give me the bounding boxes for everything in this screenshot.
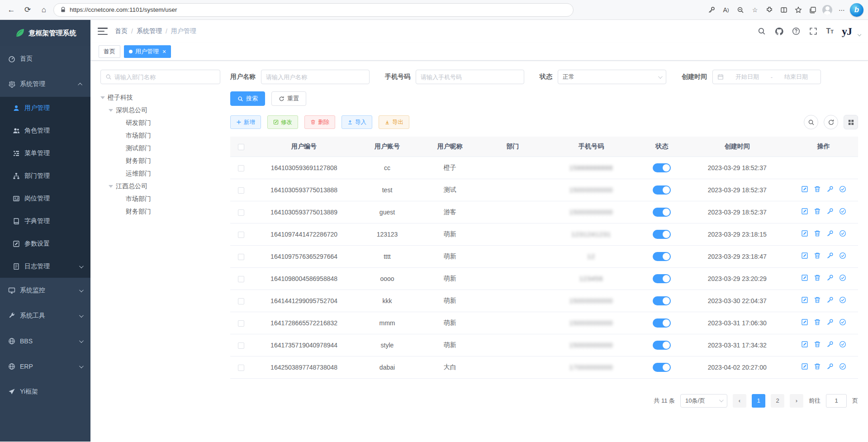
sidebar-item-dept-mgmt[interactable]: 部门管理 (0, 165, 90, 187)
assign-role-icon[interactable] (839, 208, 846, 215)
tree-node-dept[interactable]: 测试部门 (100, 142, 220, 155)
fullscreen-icon[interactable] (809, 27, 818, 36)
hamburger-icon[interactable] (98, 28, 108, 35)
row-checkbox[interactable] (238, 209, 244, 216)
delete-icon[interactable] (814, 230, 821, 237)
sidebar-item-tools[interactable]: 系统工具 (0, 303, 90, 328)
back-icon[interactable]: ← (5, 3, 18, 17)
add-favorite-icon[interactable]: ☆ (749, 4, 761, 16)
next-page-button[interactable]: › (790, 394, 803, 408)
status-select[interactable]: 正常 (558, 70, 666, 84)
sidebar-item-param-settings[interactable]: 参数设置 (0, 233, 90, 255)
password-key-icon[interactable] (705, 4, 718, 16)
tree-node-dept[interactable]: 财务部门 (100, 155, 220, 167)
sidebar-item-user-mgmt[interactable]: 用户管理 (0, 97, 90, 119)
delete-icon[interactable] (814, 185, 821, 193)
read-aloud-icon[interactable]: A) (720, 4, 732, 16)
search-icon[interactable] (757, 27, 766, 36)
sidebar-item-role-mgmt[interactable]: 角色管理 (0, 119, 90, 142)
row-checkbox[interactable] (238, 232, 244, 238)
delete-icon[interactable] (814, 208, 821, 215)
import-button[interactable]: 导入 (342, 115, 372, 129)
edit-icon[interactable] (801, 185, 808, 193)
status-toggle[interactable] (653, 163, 671, 172)
delete-icon[interactable] (814, 318, 821, 326)
home-icon[interactable]: ⌂ (37, 3, 51, 17)
row-checkbox[interactable] (238, 365, 244, 371)
select-all-checkbox[interactable] (238, 144, 244, 150)
edit-icon[interactable] (801, 252, 808, 259)
search-button[interactable]: 搜索 (230, 91, 265, 106)
assign-role-icon[interactable] (839, 252, 846, 259)
reset-password-icon[interactable] (826, 230, 834, 237)
tree-node-dept[interactable]: 研发部门 (100, 117, 220, 129)
delete-icon[interactable] (814, 252, 821, 259)
reset-password-icon[interactable] (826, 318, 834, 326)
prev-page-button[interactable]: ‹ (733, 394, 746, 408)
sidebar-item-menu-mgmt[interactable]: 菜单管理 (0, 142, 90, 165)
reset-password-icon[interactable] (826, 341, 834, 348)
edit-button[interactable]: 修改 (267, 115, 298, 129)
edit-icon[interactable] (801, 296, 808, 304)
dept-search-input[interactable] (114, 74, 215, 81)
breadcrumb-section[interactable]: 系统管理 (137, 27, 162, 35)
row-checkbox[interactable] (238, 320, 244, 327)
status-toggle[interactable] (653, 341, 671, 350)
column-settings-icon[interactable] (844, 115, 858, 129)
tree-node-dept[interactable]: 市场部门 (100, 193, 220, 205)
tree-node-dept[interactable]: 运维部门 (100, 167, 220, 180)
assign-role-icon[interactable] (839, 274, 846, 281)
reset-password-icon[interactable] (826, 296, 834, 304)
edit-icon[interactable] (801, 230, 808, 237)
status-toggle[interactable] (653, 274, 671, 283)
delete-icon[interactable] (814, 274, 821, 281)
goto-page-input[interactable] (826, 394, 847, 408)
row-checkbox[interactable] (238, 298, 244, 304)
tree-caret-icon[interactable] (109, 185, 113, 190)
reset-password-icon[interactable] (826, 274, 834, 281)
tree-caret-icon[interactable] (109, 109, 113, 114)
breadcrumb-home[interactable]: 首页 (115, 27, 128, 35)
status-toggle[interactable] (653, 252, 671, 261)
status-toggle[interactable] (653, 318, 671, 328)
status-toggle[interactable] (653, 230, 671, 239)
tab-home[interactable]: 首页 (99, 45, 120, 58)
app-logo[interactable]: 意框架管理系统 (0, 20, 90, 46)
add-button[interactable]: 新增 (230, 115, 261, 129)
status-toggle[interactable] (653, 185, 671, 195)
tree-node-dept[interactable]: 财务部门 (100, 205, 220, 218)
profile-avatar[interactable] (821, 4, 834, 16)
edit-icon[interactable] (801, 363, 808, 370)
github-icon[interactable] (774, 27, 783, 36)
font-size-icon[interactable]: TT (826, 27, 834, 35)
collections-icon[interactable] (806, 4, 819, 16)
edit-icon[interactable] (801, 208, 808, 215)
assign-role-icon[interactable] (839, 318, 846, 326)
sidebar-item-log-mgmt[interactable]: 日志管理 (0, 255, 90, 278)
close-tab-icon[interactable]: × (162, 48, 166, 55)
delete-icon[interactable] (814, 341, 821, 348)
tree-node-branch[interactable]: 江西总公司 (100, 180, 220, 193)
reset-button[interactable]: 重置 (271, 91, 306, 106)
sidebar-item-home[interactable]: 首页 (0, 46, 90, 71)
status-toggle[interactable] (653, 296, 671, 305)
phone-input[interactable] (421, 74, 519, 81)
toggle-search-icon[interactable] (804, 115, 818, 129)
reset-password-icon[interactable] (826, 185, 834, 193)
row-checkbox[interactable] (238, 165, 244, 171)
page-button-2[interactable]: 2 (771, 394, 784, 408)
extensions-icon[interactable] (763, 4, 776, 16)
refresh-page-icon[interactable]: ⟳ (21, 3, 34, 17)
assign-role-icon[interactable] (839, 363, 846, 370)
reset-password-icon[interactable] (826, 363, 834, 370)
help-icon[interactable] (792, 27, 801, 36)
delete-icon[interactable] (814, 296, 821, 304)
sidebar-item-system[interactable]: 系统管理 (0, 71, 90, 97)
page-button-1[interactable]: 1 (752, 394, 765, 408)
assign-role-icon[interactable] (839, 230, 846, 237)
edit-icon[interactable] (801, 274, 808, 281)
more-menu-icon[interactable]: ⋯ (835, 4, 848, 16)
delete-icon[interactable] (814, 363, 821, 370)
status-toggle[interactable] (653, 363, 671, 372)
page-size-select[interactable]: 10条/页 (680, 394, 727, 408)
